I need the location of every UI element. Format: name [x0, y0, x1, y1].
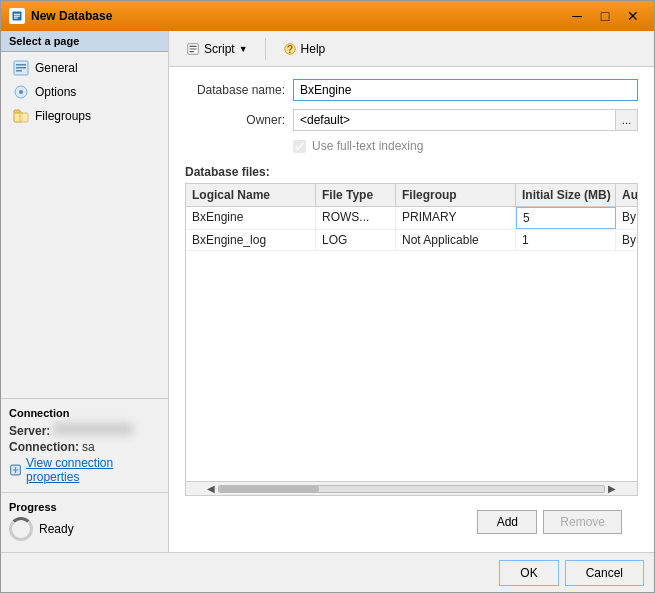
action-buttons: Add Remove [185, 504, 638, 540]
db-files-label: Database files: [185, 165, 638, 179]
scrollbar-track[interactable] [218, 485, 605, 493]
connection-value: sa [82, 440, 95, 454]
owner-input-group: … [293, 109, 638, 131]
toolbar-separator [265, 38, 266, 60]
fulltext-label: Use full-text indexing [312, 139, 423, 153]
sidebar: Select a page General [1, 31, 169, 552]
connection-label: Connection: [9, 440, 79, 454]
add-button[interactable]: Add [477, 510, 537, 534]
svg-point-9 [19, 90, 23, 94]
svg-rect-3 [14, 18, 18, 19]
connection-title: Connection [9, 407, 160, 419]
server-label: Server: [9, 424, 50, 438]
svg-rect-7 [16, 70, 22, 72]
row2-file-type: LOG [316, 230, 396, 250]
window-icon [9, 8, 25, 24]
progress-section: Progress Ready [1, 492, 168, 552]
horizontal-scrollbar[interactable]: ◀ ▶ [186, 481, 637, 495]
db-name-input[interactable] [293, 79, 638, 101]
db-files-section: Database files: Logical Name File Type F… [185, 165, 638, 496]
filegroups-icon [13, 108, 29, 124]
row2-filegroup: Not Applicable [396, 230, 516, 250]
form-area: Database name: Owner: … Use full-text in… [169, 67, 654, 552]
fulltext-row: Use full-text indexing [185, 139, 638, 153]
toolbar: Script ▼ ? Help [169, 31, 654, 67]
sidebar-item-filegroups[interactable]: Filegroups [1, 104, 168, 128]
minimize-button[interactable]: ─ [564, 6, 590, 26]
owner-label: Owner: [185, 113, 285, 127]
row2-logical-name: BxEngine_log [186, 230, 316, 250]
scroll-right-arrow[interactable]: ▶ [605, 482, 619, 496]
script-button[interactable]: Script ▼ [177, 38, 257, 60]
scroll-left-arrow[interactable]: ◀ [204, 482, 218, 496]
progress-status: Ready [39, 522, 74, 536]
options-icon [13, 84, 29, 100]
window-title: New Database [31, 9, 558, 23]
table-row[interactable]: BxEngine_log LOG Not Applicable 1 By 10 … [186, 230, 637, 251]
fulltext-checkbox [293, 140, 306, 153]
progress-spinner: Ready [9, 517, 74, 541]
svg-rect-11 [14, 110, 20, 113]
remove-button[interactable]: Remove [543, 510, 622, 534]
svg-rect-1 [14, 14, 20, 15]
main-window: New Database ─ □ ✕ Select a page [0, 0, 655, 593]
row1-file-type: ROWS... [316, 207, 396, 229]
svg-rect-6 [16, 67, 26, 69]
owner-browse-button[interactable]: … [616, 109, 638, 131]
row1-autogrowth: By 1 MB, Unlimited [616, 207, 637, 229]
row1-filegroup: PRIMARY [396, 207, 516, 229]
files-table: Logical Name File Type Filegroup Initial… [185, 183, 638, 496]
sidebar-item-options[interactable]: Options [1, 80, 168, 104]
view-connection-text: View connection properties [26, 456, 160, 484]
help-label: Help [301, 42, 326, 56]
window-controls: ─ □ ✕ [564, 6, 646, 26]
ok-button[interactable]: OK [499, 560, 558, 586]
cancel-button[interactable]: Cancel [565, 560, 644, 586]
script-label: Script [204, 42, 235, 56]
view-connection-link[interactable]: View connection properties [9, 456, 160, 484]
table-body: BxEngine ROWS... PRIMARY 5 By 1 MB, Unli… [186, 207, 637, 481]
db-name-label: Database name: [185, 83, 285, 97]
row1-initial-size[interactable]: 5 [516, 207, 616, 229]
help-button[interactable]: ? Help [274, 38, 335, 60]
row2-autogrowth: By 10 percent, Unlimited [616, 230, 637, 250]
connection-row: Connection: sa [9, 440, 160, 454]
script-icon [186, 42, 200, 56]
select-page-label: Select a page [1, 31, 168, 52]
col-file-type: File Type [316, 184, 396, 206]
owner-row: Owner: … [185, 109, 638, 131]
sidebar-items: General Options [1, 52, 168, 398]
svg-rect-12 [20, 113, 28, 122]
scrollbar-thumb[interactable] [219, 486, 319, 492]
table-row[interactable]: BxEngine ROWS... PRIMARY 5 By 1 MB, Unli… [186, 207, 637, 230]
link-icon [9, 463, 22, 477]
sidebar-item-filegroups-label: Filegroups [35, 109, 91, 123]
col-initial-size: Initial Size (MB) [516, 184, 616, 206]
help-icon: ? [283, 42, 297, 56]
server-value [53, 423, 133, 435]
sidebar-item-general[interactable]: General [1, 56, 168, 80]
svg-rect-2 [14, 16, 20, 17]
row2-initial-size: 1 [516, 230, 616, 250]
main-panel: Script ▼ ? Help Database name: [169, 31, 654, 552]
spinner-icon [9, 517, 33, 541]
svg-text:?: ? [286, 42, 292, 54]
owner-input[interactable] [293, 109, 616, 131]
progress-title: Progress [9, 501, 160, 513]
server-row: Server: [9, 423, 160, 438]
maximize-button[interactable]: □ [592, 6, 618, 26]
svg-rect-5 [16, 64, 26, 66]
close-button[interactable]: ✕ [620, 6, 646, 26]
col-filegroup: Filegroup [396, 184, 516, 206]
footer: OK Cancel [1, 552, 654, 592]
content-area: Select a page General [1, 31, 654, 552]
sidebar-item-options-label: Options [35, 85, 76, 99]
general-icon [13, 60, 29, 76]
script-dropdown-arrow[interactable]: ▼ [239, 44, 248, 54]
col-logical-name: Logical Name [186, 184, 316, 206]
row1-logical-name: BxEngine [186, 207, 316, 229]
col-autogrowth: Autogrowth / Maxsize [616, 184, 637, 206]
db-name-row: Database name: [185, 79, 638, 101]
table-header: Logical Name File Type Filegroup Initial… [186, 184, 637, 207]
title-bar: New Database ─ □ ✕ [1, 1, 654, 31]
